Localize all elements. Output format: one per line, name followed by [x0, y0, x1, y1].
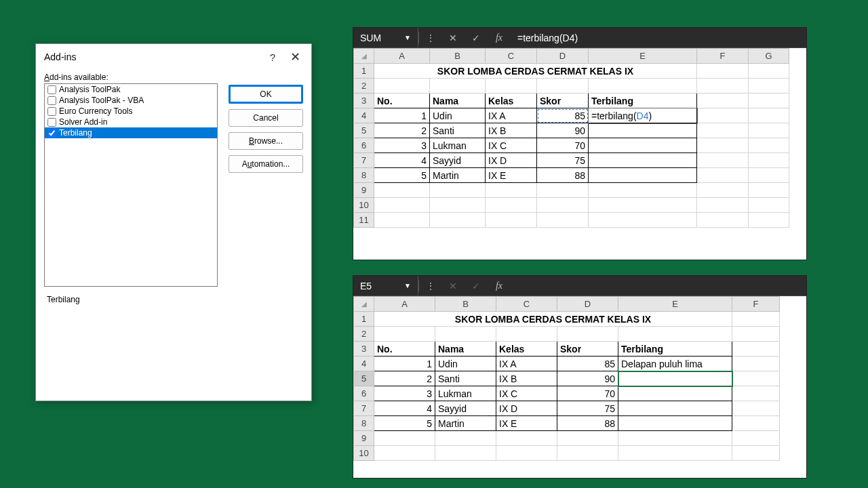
automation-button[interactable]: Automation... — [229, 155, 303, 173]
cell[interactable]: IX E — [486, 168, 537, 183]
cell[interactable] — [697, 183, 749, 198]
name-box[interactable]: E5▼ — [353, 276, 418, 296]
row-header[interactable]: 7 — [354, 401, 374, 416]
row-header[interactable]: 10 — [354, 446, 374, 461]
cell[interactable]: Santi — [435, 371, 496, 386]
column-header[interactable]: G — [749, 49, 789, 64]
addin-checkbox[interactable] — [47, 85, 56, 94]
cell[interactable]: Lukman — [430, 138, 486, 153]
cell[interactable]: Delapan puluh lima — [618, 357, 732, 371]
cell[interactable]: Skor — [537, 94, 589, 108]
cell[interactable] — [589, 153, 697, 168]
cell[interactable] — [486, 198, 537, 213]
cell[interactable]: Terbilang — [618, 342, 732, 357]
addin-item[interactable]: Analysis ToolPak — [45, 84, 217, 95]
cell[interactable]: 75 — [537, 153, 589, 168]
cell[interactable] — [430, 213, 486, 228]
row-header[interactable]: 8 — [354, 416, 374, 431]
cell[interactable] — [697, 108, 749, 123]
cell[interactable] — [374, 213, 430, 228]
cell[interactable]: Terbilang — [589, 94, 697, 108]
cell[interactable] — [537, 198, 589, 213]
cell[interactable]: 3 — [374, 138, 430, 153]
row-header[interactable]: 2 — [354, 327, 374, 342]
cell[interactable]: IX E — [496, 416, 557, 431]
cell[interactable] — [749, 213, 789, 228]
cell[interactable]: IX A — [496, 357, 557, 371]
cell[interactable] — [430, 198, 486, 213]
cell[interactable]: Lukman — [435, 386, 496, 401]
cell[interactable]: SKOR LOMBA CERDAS CERMAT KELAS IX — [374, 64, 697, 79]
cell[interactable] — [374, 198, 430, 213]
addin-checkbox[interactable] — [47, 96, 56, 105]
fx-icon[interactable]: fx — [488, 33, 511, 43]
cell[interactable]: IX D — [496, 401, 557, 416]
namebox-dropdown-icon[interactable]: ▼ — [404, 34, 411, 41]
cell[interactable]: IX B — [486, 123, 537, 138]
cell[interactable]: IX D — [486, 153, 537, 168]
column-header[interactable]: B — [430, 49, 486, 64]
cell[interactable]: =terbilang(D4) — [589, 108, 697, 123]
row-header[interactable]: 10 — [354, 198, 374, 213]
cell[interactable] — [732, 431, 780, 446]
cell[interactable] — [732, 327, 780, 342]
cell[interactable]: IX C — [486, 138, 537, 153]
cell[interactable]: Santi — [430, 123, 486, 138]
cell[interactable]: 5 — [374, 168, 430, 183]
cell[interactable] — [435, 327, 496, 342]
cell[interactable]: Sayyid — [430, 153, 486, 168]
cell[interactable] — [486, 79, 537, 94]
cell[interactable] — [618, 446, 732, 461]
column-header[interactable]: A — [374, 49, 430, 64]
formula-input[interactable]: =terbilang(D4) — [511, 33, 806, 43]
cancel-button[interactable]: Cancel — [229, 109, 303, 127]
row-header[interactable]: 3 — [354, 94, 374, 108]
cell[interactable] — [749, 79, 789, 94]
more-icon[interactable]: ⋮ — [418, 281, 441, 291]
addin-checkbox[interactable] — [47, 129, 56, 138]
column-header[interactable]: E — [589, 49, 697, 64]
cell[interactable]: IX C — [496, 386, 557, 401]
help-button[interactable]: ? — [270, 52, 275, 63]
cell[interactable] — [749, 198, 789, 213]
cell[interactable] — [697, 64, 749, 79]
cell[interactable]: Udin — [435, 357, 496, 371]
cell[interactable] — [430, 79, 486, 94]
cancel-formula-icon[interactable]: ✕ — [441, 33, 465, 43]
accept-formula-icon[interactable]: ✓ — [465, 33, 488, 43]
row-header[interactable]: 11 — [354, 213, 374, 228]
cell[interactable] — [697, 153, 749, 168]
cell[interactable]: 1 — [374, 357, 435, 371]
cell[interactable] — [749, 94, 789, 108]
column-header[interactable]: D — [557, 297, 618, 312]
cell[interactable] — [697, 123, 749, 138]
cell[interactable]: 4 — [374, 401, 435, 416]
cell[interactable]: 90 — [557, 371, 618, 386]
cell[interactable]: 85 — [557, 357, 618, 371]
cell[interactable]: 2 — [374, 371, 435, 386]
cell[interactable]: Kelas — [486, 94, 537, 108]
column-header[interactable]: F — [697, 49, 749, 64]
cell[interactable]: 1 — [374, 108, 430, 123]
column-header[interactable]: A — [374, 297, 435, 312]
cell[interactable] — [732, 446, 780, 461]
cell[interactable]: Martin — [430, 168, 486, 183]
row-header[interactable]: 5 — [354, 371, 374, 386]
select-all-corner[interactable]: ◢ — [354, 49, 374, 64]
cell[interactable] — [557, 327, 618, 342]
select-all-corner[interactable]: ◢ — [354, 297, 374, 312]
cell[interactable]: IX A — [486, 108, 537, 123]
cell[interactable] — [557, 431, 618, 446]
cell[interactable]: 5 — [374, 416, 435, 431]
ok-button[interactable]: OK — [229, 85, 303, 104]
cell[interactable] — [537, 79, 589, 94]
cell[interactable] — [732, 416, 780, 431]
cell[interactable]: Udin — [430, 108, 486, 123]
cell[interactable] — [749, 183, 789, 198]
row-header[interactable]: 6 — [354, 138, 374, 153]
row-header[interactable]: 7 — [354, 153, 374, 168]
cell[interactable]: 90 — [537, 123, 589, 138]
cell[interactable] — [697, 198, 749, 213]
addin-checkbox[interactable] — [47, 118, 56, 127]
browse-button[interactable]: Browse... — [229, 132, 303, 150]
